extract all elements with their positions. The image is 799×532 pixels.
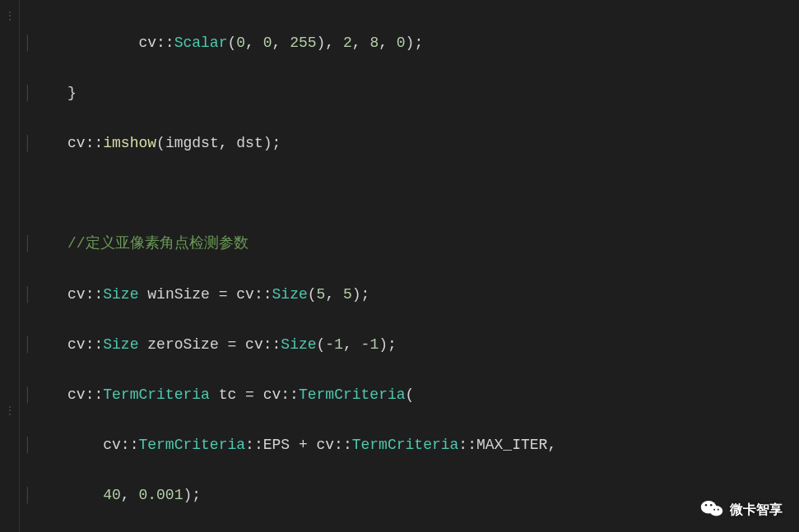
svg-point-4 bbox=[713, 509, 715, 511]
code-line: │ cv::Size zeroSize = cv::Size(-1, -1); bbox=[23, 332, 799, 358]
code-line: │ cv::Scalar(0, 0, 255), 2, 8, 0); bbox=[23, 30, 799, 56]
svg-point-3 bbox=[710, 504, 712, 506]
editor-gutter: ⋮ ⋮ bbox=[0, 0, 20, 532]
code-editor[interactable]: │ cv::Scalar(0, 0, 255), 2, 8, 0); │ } │… bbox=[23, 0, 799, 532]
watermark-text: 微卡智享 bbox=[730, 498, 783, 520]
svg-point-1 bbox=[710, 507, 723, 516]
watermark: 微卡智享 bbox=[700, 498, 783, 520]
code-line: │ //定义亚像素角点检测参数 bbox=[23, 231, 799, 257]
svg-point-2 bbox=[705, 504, 707, 506]
code-line: │ } bbox=[23, 81, 799, 106]
svg-point-5 bbox=[718, 509, 719, 511]
code-line: │ 40, 0.001); bbox=[23, 483, 799, 508]
code-line: │ cv::TermCriteria::EPS + cv::TermCriter… bbox=[23, 433, 799, 458]
code-line: │ cv::TermCriteria tc = cv::TermCriteria… bbox=[23, 382, 799, 408]
code-line: │ cv::imshow(imgdst, dst); bbox=[23, 131, 799, 156]
code-line bbox=[23, 181, 799, 206]
wechat-icon bbox=[700, 499, 723, 519]
code-line: │ cv::Size winSize = cv::Size(5, 5); bbox=[23, 282, 799, 308]
